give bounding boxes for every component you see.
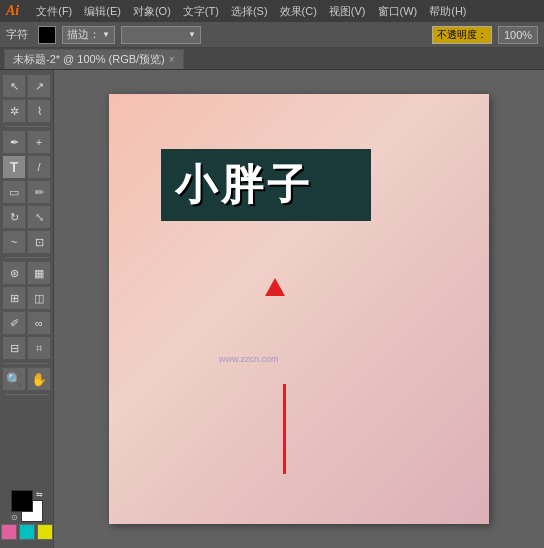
stroke-label: 描边： — [67, 27, 100, 42]
hand-tool[interactable]: ✋ — [27, 367, 51, 391]
menu-bar: 文件(F) 编辑(E) 对象(O) 文字(T) 选择(S) 效果(C) 视图(V… — [31, 2, 471, 21]
line-tool[interactable]: / — [27, 155, 51, 179]
tab-label: 未标题-2* @ 100% (RGB/预览) — [13, 52, 165, 67]
canvas-area: 小胖子 www.zzcn.com — [54, 70, 544, 548]
gradient-tool[interactable]: ◫ — [27, 286, 51, 310]
tab-close-button[interactable]: × — [169, 54, 175, 65]
fg-bg-colors[interactable]: ⇆ ⊙ — [11, 490, 43, 522]
color-mode-magenta[interactable] — [1, 524, 17, 540]
toolbar-separator-2 — [5, 257, 49, 258]
color-picker-area: ⇆ ⊙ — [1, 490, 53, 544]
document-tab[interactable]: 未标题-2* @ 100% (RGB/预览) × — [4, 49, 184, 69]
color-mode-yellow[interactable] — [37, 524, 53, 540]
arrow-line — [283, 384, 286, 474]
direct-selection-tool[interactable]: ↗ — [27, 74, 51, 98]
tool-row-zoom: 🔍 ✋ — [2, 367, 51, 391]
tool-row-warp: ~ ⊡ — [2, 230, 51, 254]
menu-object[interactable]: 对象(O) — [128, 2, 176, 21]
arrow-annotation — [274, 366, 294, 474]
graph-tool[interactable]: ▦ — [27, 261, 51, 285]
tool-row-selection: ↖ ↗ — [2, 74, 51, 98]
menu-effect[interactable]: 效果(C) — [275, 2, 322, 21]
tab-bar: 未标题-2* @ 100% (RGB/预览) × — [0, 48, 544, 70]
stroke-dropdown[interactable]: 描边： ▼ — [62, 26, 115, 44]
menu-file[interactable]: 文件(F) — [31, 2, 77, 21]
free-transform-tool[interactable]: ⊡ — [27, 230, 51, 254]
rotate-tool[interactable]: ↻ — [2, 205, 26, 229]
reset-colors-icon[interactable]: ⊙ — [11, 513, 18, 522]
toolbar-separator-3 — [5, 363, 49, 364]
title-bar: Ai 文件(F) 编辑(E) 对象(O) 文字(T) 选择(S) 效果(C) 视… — [0, 0, 544, 22]
menu-view[interactable]: 视图(V) — [324, 2, 371, 21]
tool-row-type: T / — [2, 155, 51, 179]
warp-tool[interactable]: ~ — [2, 230, 26, 254]
app-logo: Ai — [6, 3, 19, 19]
foreground-color-swatch[interactable] — [11, 490, 33, 512]
menu-edit[interactable]: 编辑(E) — [79, 2, 126, 21]
eyedropper-tool[interactable]: ✐ — [2, 311, 26, 335]
tool-row-graph: ⊛ ▦ — [2, 261, 51, 285]
watermark: www.zzcn.com — [219, 354, 279, 364]
arrowhead-icon — [265, 278, 285, 296]
tool-row-eyedropper: ✐ ∞ — [2, 311, 51, 335]
scale-tool[interactable]: ⤡ — [27, 205, 51, 229]
tool-row-shape: ▭ ✏ — [2, 180, 51, 204]
menu-window[interactable]: 窗口(W) — [373, 2, 423, 21]
menu-text[interactable]: 文字(T) — [178, 2, 224, 21]
tool-row-mesh: ⊞ ◫ — [2, 286, 51, 310]
mesh-tool[interactable]: ⊞ — [2, 286, 26, 310]
zoom-tool[interactable]: 🔍 — [2, 367, 26, 391]
blend-tool[interactable]: ∞ — [27, 311, 51, 335]
toolbar-separator-1 — [5, 126, 49, 127]
selection-tool[interactable]: ↖ — [2, 74, 26, 98]
text-object[interactable]: 小胖子 — [161, 149, 371, 221]
transparency-input[interactable] — [498, 26, 538, 44]
tool-row-slice: ⊟ ⌗ — [2, 336, 51, 360]
color-swatch[interactable] — [38, 26, 56, 44]
paintbrush-tool[interactable]: ✏ — [27, 180, 51, 204]
style-dropdown[interactable]: ▼ — [121, 26, 201, 44]
tool-row-magic: ✲ ⌇ — [2, 99, 51, 123]
menu-select[interactable]: 选择(S) — [226, 2, 273, 21]
menu-help[interactable]: 帮助(H) — [424, 2, 471, 21]
options-bar: 字符 描边： ▼ ▼ 不透明度： — [0, 22, 544, 48]
lasso-tool[interactable]: ⌇ — [27, 99, 51, 123]
add-anchor-tool[interactable]: + — [27, 130, 51, 154]
transparency-label: 不透明度： — [432, 26, 492, 44]
pen-tool[interactable]: ✒ — [2, 130, 26, 154]
color-mode-cyan[interactable] — [19, 524, 35, 540]
magic-wand-tool[interactable]: ✲ — [2, 99, 26, 123]
slice-tool[interactable]: ⌗ — [27, 336, 51, 360]
canvas[interactable]: 小胖子 www.zzcn.com — [109, 94, 489, 524]
stroke-arrow-icon: ▼ — [102, 30, 110, 39]
artboard-tool[interactable]: ⊟ — [2, 336, 26, 360]
type-tool[interactable]: T — [2, 155, 26, 179]
text-content: 小胖子 — [175, 161, 313, 208]
color-mode-row — [1, 524, 53, 540]
tool-row-pen: ✒ + — [2, 130, 51, 154]
main-area: ↖ ↗ ✲ ⌇ ✒ + T / ▭ ✏ ↻ ⤡ ~ ⊡ ⊛ — [0, 70, 544, 548]
swap-colors-icon[interactable]: ⇆ — [36, 490, 43, 499]
style-arrow-icon: ▼ — [188, 30, 196, 39]
toolbar: ↖ ↗ ✲ ⌇ ✒ + T / ▭ ✏ ↻ ⤡ ~ ⊡ ⊛ — [0, 70, 54, 548]
char-label: 字符 — [6, 27, 28, 42]
tool-row-rotate: ↻ ⤡ — [2, 205, 51, 229]
toolbar-separator-4 — [5, 394, 49, 395]
symbol-tool[interactable]: ⊛ — [2, 261, 26, 285]
rectangle-tool[interactable]: ▭ — [2, 180, 26, 204]
